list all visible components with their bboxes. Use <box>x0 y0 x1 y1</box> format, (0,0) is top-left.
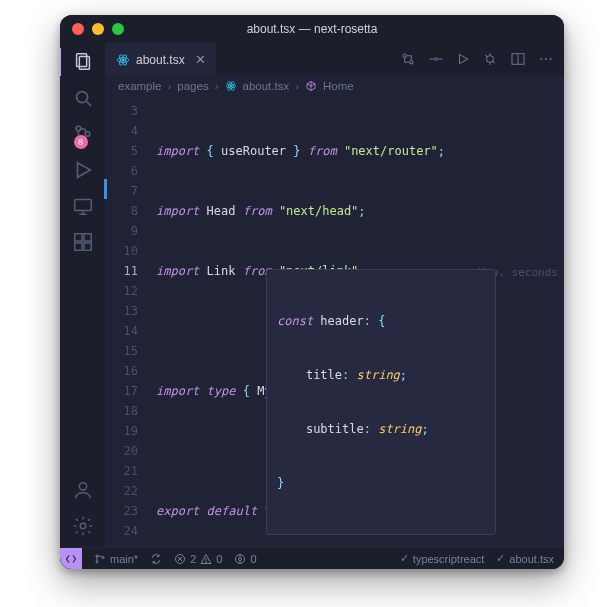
svg-marker-7 <box>77 163 90 178</box>
svg-rect-12 <box>74 243 81 250</box>
svg-point-4 <box>76 126 81 131</box>
remote-indicator[interactable] <box>60 548 82 570</box>
svg-point-17 <box>122 58 124 60</box>
extensions-icon[interactable] <box>72 231 94 253</box>
source-control-icon[interactable]: 8 <box>72 123 94 145</box>
tab-about-tsx[interactable]: about.tsx ✕ <box>106 43 216 75</box>
svg-point-23 <box>435 58 438 61</box>
language-mode-status[interactable]: ✓ typescriptreact <box>400 552 485 565</box>
git-change-indicator <box>104 179 107 199</box>
svg-marker-26 <box>460 54 468 63</box>
symbol-function-icon <box>305 80 317 92</box>
git-sync-status[interactable] <box>150 553 162 565</box>
svg-rect-8 <box>74 200 91 211</box>
check-icon: ✓ <box>496 552 505 565</box>
status-bar: main* 2 0 0 ✓ typescriptreact ✓ about.ts… <box>60 547 564 569</box>
chevron-right-icon: › <box>167 80 171 92</box>
active-file-status[interactable]: ✓ about.tsx <box>496 552 554 565</box>
svg-point-41 <box>96 555 98 557</box>
svg-rect-0 <box>76 54 86 67</box>
svg-point-50 <box>239 557 242 560</box>
svg-line-3 <box>86 102 91 107</box>
problems-status[interactable]: 2 0 <box>174 553 222 565</box>
git-branch-status[interactable]: main* <box>94 553 138 565</box>
svg-point-34 <box>540 58 542 60</box>
breadcrumb-segment[interactable]: example <box>118 80 161 92</box>
run-icon[interactable] <box>456 52 470 66</box>
debug-icon[interactable] <box>482 51 498 67</box>
close-window-button[interactable] <box>72 23 84 35</box>
svg-point-48 <box>206 561 207 562</box>
search-icon[interactable] <box>72 87 94 109</box>
title-bar: about.tsx — next-rosetta <box>60 15 564 43</box>
svg-rect-14 <box>83 234 90 241</box>
svg-point-15 <box>79 483 86 490</box>
chevron-right-icon: › <box>295 80 299 92</box>
svg-line-31 <box>493 61 495 63</box>
hover-tooltip: const header: { title: string; subtitle:… <box>266 269 496 535</box>
activity-bar: 8 <box>60 43 106 547</box>
svg-point-35 <box>545 58 547 60</box>
react-file-icon <box>116 53 130 67</box>
svg-rect-11 <box>74 234 81 241</box>
svg-point-37 <box>230 85 232 87</box>
minimize-window-button[interactable] <box>92 23 104 35</box>
check-icon: ✓ <box>400 552 409 565</box>
breadcrumb-segment[interactable]: pages <box>177 80 208 92</box>
svg-point-22 <box>410 61 413 64</box>
svg-line-30 <box>485 55 487 57</box>
code-editor[interactable]: 345 678 91011 121314 151617 181920 21222… <box>106 97 564 547</box>
svg-point-2 <box>76 92 87 103</box>
svg-point-6 <box>85 132 90 137</box>
accounts-icon[interactable] <box>72 479 94 501</box>
compare-changes-icon[interactable] <box>400 51 416 67</box>
settings-gear-icon[interactable] <box>72 515 94 537</box>
svg-point-36 <box>550 58 552 60</box>
editor-column: about.tsx ✕ example › pages › <box>106 43 564 547</box>
react-file-icon <box>225 80 237 92</box>
ports-status[interactable]: 0 <box>234 553 256 565</box>
breadcrumb[interactable]: example › pages › about.tsx › Home <box>106 75 564 97</box>
window-title: about.tsx — next-rosetta <box>60 22 564 36</box>
explorer-icon[interactable] <box>72 51 94 73</box>
open-changes-icon[interactable] <box>428 51 444 67</box>
tab-bar: about.tsx ✕ <box>106 43 564 75</box>
split-editor-icon[interactable] <box>510 51 526 67</box>
maximize-window-button[interactable] <box>112 23 124 35</box>
source-control-badge: 8 <box>74 135 88 149</box>
remote-explorer-icon[interactable] <box>72 195 94 217</box>
svg-point-21 <box>403 54 406 57</box>
breadcrumb-segment[interactable]: about.tsx <box>243 80 290 92</box>
svg-rect-13 <box>83 243 90 250</box>
tab-label: about.tsx <box>136 53 185 67</box>
editor-window: about.tsx — next-rosetta 8 <box>60 15 564 569</box>
breadcrumb-segment[interactable]: Home <box>323 80 354 92</box>
run-debug-icon[interactable] <box>72 159 94 181</box>
chevron-right-icon: › <box>215 80 219 92</box>
tab-close-icon[interactable]: ✕ <box>195 52 206 67</box>
window-controls <box>60 23 124 35</box>
more-actions-icon[interactable] <box>538 51 554 67</box>
svg-rect-1 <box>79 57 89 70</box>
editor-actions <box>400 43 564 75</box>
line-number-gutter: 345 678 91011 121314 151617 181920 21222… <box>106 97 146 547</box>
svg-point-42 <box>96 561 98 563</box>
svg-point-16 <box>80 523 86 529</box>
code-content[interactable]: import { useRouter } from "next/router";… <box>146 97 564 547</box>
